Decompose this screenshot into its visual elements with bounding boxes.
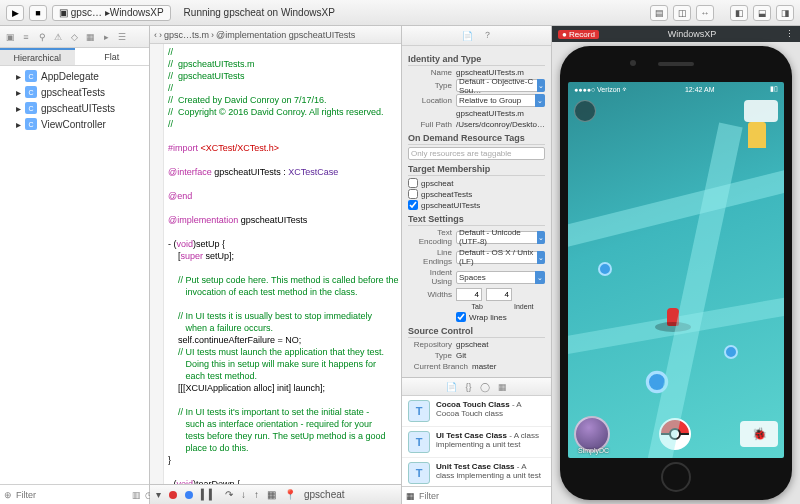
- indent-width[interactable]: [486, 288, 512, 301]
- code-snippet-icon[interactable]: {}: [465, 382, 471, 392]
- simulator-titlebar: ● Record WindowsXP ⋮: [552, 26, 800, 42]
- navigator: ▣ ≡ ⚲ ⚠ ◇ ▦ ▸ ☰ Hierarchical Flat ▸CAppD…: [0, 26, 150, 504]
- template-icon: T: [408, 431, 430, 453]
- jump-fwd-icon[interactable]: ›: [159, 30, 162, 40]
- gutter[interactable]: [150, 44, 164, 484]
- main: ▣ ≡ ⚲ ⚠ ◇ ▦ ▸ ☰ Hierarchical Flat ▸CAppD…: [0, 26, 800, 504]
- pokestop-marker[interactable]: [724, 345, 738, 359]
- sim-menu-icon[interactable]: ⋮: [785, 29, 794, 39]
- wrap-lines[interactable]: Wrap lines: [456, 312, 545, 322]
- media-lib-icon[interactable]: ▦: [498, 382, 507, 392]
- target-tests[interactable]: gpscheatTests: [408, 189, 545, 199]
- code-area[interactable]: // // gpscheatUITests.m // gpscheatUITes…: [150, 44, 401, 484]
- indent-select[interactable]: Spaces⌄: [456, 271, 545, 284]
- gym-marker[interactable]: [748, 122, 766, 148]
- report-nav-icon[interactable]: ☰: [115, 30, 129, 44]
- home-button[interactable]: [661, 462, 691, 492]
- nearby-button[interactable]: 🐞: [740, 421, 778, 447]
- toggle-debug-area-icon[interactable]: ▾: [156, 489, 161, 500]
- toggle-inspector[interactable]: ◨: [776, 5, 794, 21]
- scope-flat[interactable]: Flat: [75, 48, 150, 65]
- section-target: Target Membership: [408, 164, 545, 176]
- continue-button[interactable]: ▍▍: [201, 489, 217, 500]
- section-identity: Identity and Type: [408, 54, 545, 66]
- library-item[interactable]: TUI Test Case Class - A class implementi…: [402, 427, 551, 458]
- breakpoint-nav-icon[interactable]: ▸: [99, 30, 113, 44]
- file-type-select[interactable]: Default - Objective-C Sou…⌄: [456, 79, 545, 92]
- line-endings-select[interactable]: Default - OS X / Unix (LF)⌄: [456, 251, 545, 264]
- navigator-scope[interactable]: Hierarchical Flat: [0, 48, 149, 66]
- target-uitests[interactable]: gpscheatUITests: [408, 200, 545, 210]
- filter-icon: ⊕: [4, 490, 12, 500]
- debug-nav-icon[interactable]: ▦: [83, 30, 97, 44]
- run-button[interactable]: ▶: [6, 5, 24, 21]
- issue-nav-icon[interactable]: ⚠: [51, 30, 65, 44]
- toggle-navigator[interactable]: ◧: [730, 5, 748, 21]
- stop-button[interactable]: ■: [29, 5, 47, 21]
- tree-item[interactable]: ▸CViewController: [0, 116, 149, 132]
- location-icon[interactable]: 📍: [284, 489, 296, 500]
- toggle-debug[interactable]: ⬓: [753, 5, 771, 21]
- pokestop-marker[interactable]: [646, 371, 668, 393]
- class-icon: C: [25, 70, 37, 82]
- library-item[interactable]: TCocoa Touch Class - A Cocoa Touch class: [402, 396, 551, 427]
- editor-mode-standard[interactable]: ▤: [650, 5, 668, 21]
- find-nav-icon[interactable]: ⚲: [35, 30, 49, 44]
- pokestop-marker[interactable]: [598, 262, 612, 276]
- scope-hierarchical[interactable]: Hierarchical: [0, 48, 75, 65]
- library-filter[interactable]: [419, 491, 547, 501]
- project-nav-icon[interactable]: ▣: [3, 30, 17, 44]
- scheme-selector[interactable]: ▣ gpsc… ▸ WindowsXP: [52, 5, 171, 21]
- inspector-tabs: 📄 ？: [402, 26, 551, 46]
- filter-scope-icon[interactable]: ▥: [132, 490, 141, 500]
- template-icon: T: [408, 462, 430, 484]
- step-in-button[interactable]: ↓: [241, 489, 246, 500]
- file-inspector-icon[interactable]: 📄: [462, 31, 473, 41]
- jump-path-symbol[interactable]: @implementation gpscheatUITests: [216, 30, 355, 40]
- library-item[interactable]: TUnit Test Case Class - A class implemen…: [402, 458, 551, 486]
- file-template-icon[interactable]: 📄: [446, 382, 457, 392]
- section-text: Text Settings: [408, 214, 545, 226]
- navigator-filter[interactable]: [16, 490, 128, 500]
- odr-tags-field[interactable]: Only resources are taggable: [408, 147, 545, 160]
- code-body[interactable]: // // gpscheatUITests.m // gpscheatUITes…: [164, 44, 401, 484]
- device-screen[interactable]: ●●●●○ Verizon ᯤ 12:42 AM ▮▯: [568, 82, 784, 458]
- step-out-button[interactable]: ↑: [254, 489, 259, 500]
- help-inspector-icon[interactable]: ？: [483, 29, 492, 42]
- player-avatar[interactable]: [667, 308, 679, 326]
- tree-item[interactable]: ▸CgpscheatTests: [0, 84, 149, 100]
- target-gpscheat[interactable]: gpscheat: [408, 178, 545, 188]
- encoding-select[interactable]: Default - Unicode (UTF-8)⌄: [456, 231, 545, 244]
- step-over-button[interactable]: ↷: [225, 489, 233, 500]
- tree-item[interactable]: ▸CAppDelegate: [0, 68, 149, 84]
- jump-back-icon[interactable]: ‹: [154, 30, 157, 40]
- tab-width[interactable]: [456, 288, 482, 301]
- object-lib-icon[interactable]: ◯: [480, 382, 490, 392]
- record-ui-test-button[interactable]: [169, 491, 177, 499]
- inspector: 📄 ？ Identity and Type NamegpscheatUITest…: [402, 26, 552, 504]
- grid-icon[interactable]: ▦: [406, 491, 415, 501]
- navigator-tree: ▸CAppDelegate ▸CgpscheatTests ▸Cgpscheat…: [0, 66, 149, 484]
- editor-mode-version[interactable]: ↔: [696, 5, 714, 21]
- debug-target[interactable]: gpscheat: [304, 489, 345, 500]
- jump-path-file[interactable]: gpsc…ts.m: [164, 30, 209, 40]
- game-hud-top: [574, 100, 778, 122]
- editor-mode-assistant[interactable]: ◫: [673, 5, 691, 21]
- sim-title: WindowsXP: [668, 29, 717, 39]
- main-menu-button[interactable]: [659, 418, 691, 450]
- tree-item[interactable]: ▸CgpscheatUITests: [0, 100, 149, 116]
- library-list[interactable]: TCocoa Touch Class - A Cocoa Touch class…: [402, 396, 551, 486]
- journal-button[interactable]: [744, 100, 778, 122]
- breakpoints-button[interactable]: [185, 491, 193, 499]
- location-select[interactable]: Relative to Group⌄: [456, 94, 545, 107]
- jump-bar[interactable]: ‹ › gpsc…ts.m › @implementation gpscheat…: [150, 26, 401, 44]
- sim-record-button[interactable]: ● Record: [558, 30, 599, 39]
- navigator-tabs: ▣ ≡ ⚲ ⚠ ◇ ▦ ▸ ☰: [0, 26, 149, 48]
- label: Indent Using: [408, 268, 452, 286]
- symbol-nav-icon[interactable]: ≡: [19, 30, 33, 44]
- speaker: [658, 62, 694, 66]
- label: Widths: [408, 290, 452, 299]
- test-nav-icon[interactable]: ◇: [67, 30, 81, 44]
- compass-button[interactable]: [574, 100, 596, 122]
- debug-hierarchy-icon[interactable]: ▦: [267, 489, 276, 500]
